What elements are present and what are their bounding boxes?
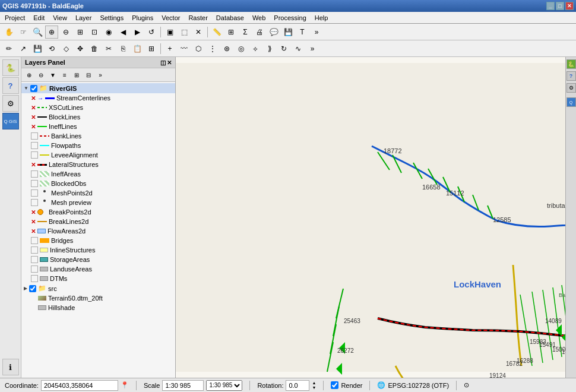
window-controls[interactable]: _ □ ✕ [546, 2, 574, 10]
close-btn[interactable]: ✕ [565, 2, 574, 10]
zoom-layer-btn[interactable]: ◉ [102, 26, 115, 39]
list-item[interactable]: MeshPoints2d [21, 188, 175, 198]
ring-btn[interactable]: ◎ [235, 42, 248, 55]
zoom-last-btn[interactable]: ◀ [116, 26, 129, 39]
menu-vector[interactable]: Vector [158, 13, 183, 23]
list-item[interactable]: LanduseAreas [21, 264, 175, 274]
list-item[interactable]: InlineStructures [21, 245, 175, 255]
delete-btn[interactable]: 🗑 [88, 42, 101, 55]
refresh-btn[interactable]: ↺ [145, 26, 158, 39]
list-item[interactable]: ✕ → StreamCenterlines [21, 93, 175, 103]
attr-table-btn[interactable]: ⊞ [224, 26, 238, 39]
zoom-selection-btn[interactable]: ⊡ [88, 26, 101, 39]
edit-btn[interactable]: ↗ [17, 42, 30, 55]
list-item[interactable]: ✕ IneffLines [21, 122, 175, 131]
layers-expand-btn[interactable]: ⊞ [71, 69, 82, 80]
right-panel-python-btn[interactable]: 🐍 [566, 59, 576, 69]
menu-web[interactable]: Web [249, 13, 269, 23]
more2-btn[interactable]: » [306, 42, 319, 55]
print-btn[interactable]: 🖨 [253, 26, 266, 39]
layers-add-btn[interactable]: ⊕ [24, 69, 34, 80]
add-line-btn[interactable]: 〰 [178, 42, 191, 55]
sidebar-help-btn[interactable]: ? [2, 77, 19, 94]
zoom-in-btn[interactable]: ⊕ [45, 26, 58, 39]
merge-btn[interactable]: ⊛ [220, 42, 233, 55]
move-tool-btn[interactable]: ☞ [17, 26, 30, 39]
save-btn[interactable]: 💾 [281, 26, 295, 39]
list-item[interactable]: Flowpaths [21, 141, 175, 150]
menu-view[interactable]: View [49, 13, 71, 23]
zoom-all-btn[interactable]: ⊞ [74, 26, 87, 39]
list-item[interactable]: DTMs [21, 274, 175, 283]
right-panel-gear-btn[interactable]: ⚙ [566, 83, 576, 93]
list-item[interactable]: Terrain50.dtm_20ft [21, 293, 175, 303]
list-item[interactable]: BlockedObs [21, 179, 175, 188]
map-canvas[interactable]: 18772 16658 15112 12585 tributary - exam… [176, 57, 565, 378]
list-item[interactable]: ✕ BreakPoints2d [21, 207, 175, 217]
list-item[interactable]: ✕ LateralStructures [21, 160, 175, 169]
digitize-btn[interactable]: ✏ [2, 42, 15, 55]
rotation-spinner[interactable]: ▲ ▼ [312, 381, 316, 390]
list-item[interactable]: Mesh preview [21, 198, 175, 207]
menu-project[interactable]: Project [1, 13, 29, 23]
menu-database[interactable]: Database [213, 13, 248, 23]
layers-panel-undock-btn[interactable]: ◫ [160, 59, 166, 66]
list-item[interactable]: Hillshade [21, 303, 175, 312]
maximize-btn[interactable]: □ [556, 2, 564, 10]
scale-input[interactable] [162, 380, 204, 391]
layers-settings-btn[interactable]: ≡ [59, 69, 70, 80]
list-item[interactable]: StorageAreas [21, 255, 175, 264]
node-btn[interactable]: ◇ [59, 42, 72, 55]
layers-panel-close-btn[interactable]: ✕ [167, 59, 172, 66]
group-src-checkbox[interactable] [29, 285, 36, 292]
menu-settings[interactable]: Settings [96, 13, 127, 23]
status-info-icon[interactable]: ⊙ [464, 381, 469, 389]
copy-btn[interactable]: ⎘ [116, 42, 129, 55]
menu-edit[interactable]: Edit [30, 13, 48, 23]
render-checkbox[interactable] [331, 381, 338, 389]
menu-help[interactable]: Help [311, 13, 332, 23]
cut-btn[interactable]: ✂ [102, 42, 115, 55]
layers-remove-btn[interactable]: ⊖ [36, 69, 46, 80]
layers-more-btn[interactable]: » [95, 69, 106, 80]
add-poly-btn[interactable]: ⬡ [192, 42, 205, 55]
layer-group-rivergis[interactable]: ▼ 📁 RiverGIS [21, 83, 175, 93]
coord-input[interactable] [41, 380, 118, 391]
menu-raster[interactable]: Raster [185, 13, 211, 23]
undo-btn[interactable]: ⟲ [45, 42, 58, 55]
zoom-out-btn[interactable]: ⊖ [59, 26, 72, 39]
list-item[interactable]: BankLines [21, 131, 175, 141]
reshape-btn[interactable]: ⟡ [249, 42, 262, 55]
pan-tool-btn[interactable]: ✋ [2, 26, 15, 39]
deselect-btn[interactable]: ✕ [192, 26, 205, 39]
sidebar-python-btn[interactable]: 🐍 [2, 59, 19, 76]
menu-layer[interactable]: Layer [72, 13, 96, 23]
list-item[interactable]: LeveeAlignment [21, 150, 175, 160]
sidebar-qgis-btn[interactable]: Q GIS [2, 113, 19, 129]
layers-collapse-btn[interactable]: ⊟ [83, 69, 94, 80]
stats-btn[interactable]: Σ [239, 26, 252, 39]
scale-dropdown[interactable]: 1:30 985 1:10 000 1:50 000 [206, 380, 242, 391]
list-item[interactable]: Bridges [21, 236, 175, 245]
sidebar-plugins-btn[interactable]: ⚙ [2, 95, 19, 112]
split-btn[interactable]: ⋮ [206, 42, 219, 55]
layer-group-src[interactable]: ▶ 📁 src [21, 283, 175, 293]
sidebar-info-btn[interactable]: ℹ [2, 359, 19, 375]
select-btn[interactable]: ▣ [163, 26, 176, 39]
text-btn[interactable]: T [296, 26, 309, 39]
right-panel-qgis-btn[interactable]: Q [566, 97, 576, 107]
simplify-btn[interactable]: ∿ [292, 42, 305, 55]
right-panel-info-btn[interactable]: ? [566, 71, 576, 81]
list-item[interactable]: ✕ BreakLines2d [21, 217, 175, 226]
more-btn[interactable]: » [310, 26, 323, 39]
identify-btn[interactable]: 🔍 [31, 26, 44, 39]
rotate-btn[interactable]: ↻ [277, 42, 290, 55]
layers-filter-btn[interactable]: ▼ [48, 69, 58, 80]
minimize-btn[interactable]: _ [546, 2, 555, 10]
measure-btn[interactable]: 📏 [210, 26, 223, 39]
menu-processing[interactable]: Processing [270, 13, 309, 23]
select-rect-btn[interactable]: ⬚ [178, 26, 191, 39]
add-pt-btn[interactable]: + [163, 42, 176, 55]
rotation-input[interactable] [286, 380, 309, 391]
group-rivergis-checkbox[interactable] [30, 85, 37, 92]
